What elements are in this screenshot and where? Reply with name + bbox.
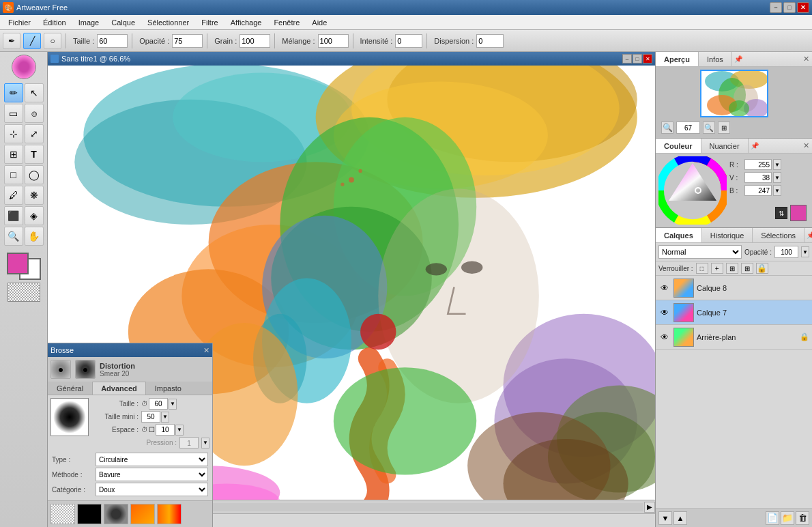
intensity-input[interactable] (395, 34, 422, 48)
tool-rect[interactable]: □ (4, 165, 23, 184)
preset-checker[interactable] (50, 504, 75, 524)
blend-input[interactable] (318, 34, 349, 48)
tab-calques[interactable]: Calques (656, 228, 702, 242)
grain-input[interactable] (240, 34, 270, 48)
menu-filtre[interactable]: Filtre (196, 17, 223, 28)
dispersion-input[interactable] (476, 34, 504, 48)
tab-couleur[interactable]: Couleur (656, 139, 701, 153)
tool-brush-button[interactable]: ╱ (23, 33, 41, 49)
apercu-zoom-input[interactable] (676, 122, 700, 134)
preset-gray[interactable] (104, 504, 128, 524)
opacity-input[interactable] (172, 34, 203, 48)
minimize-button[interactable]: – (770, 2, 782, 13)
brush-tab-advanced[interactable]: Advanced (92, 382, 146, 395)
tool-pan[interactable]: ✋ (25, 227, 44, 246)
lock-all-btn[interactable]: ⊞ (726, 263, 738, 274)
v-value-input[interactable] (744, 172, 772, 183)
menu-image[interactable]: Image (73, 17, 105, 28)
blend-mode-select[interactable]: Normal (658, 245, 742, 259)
v-value-arrow[interactable]: ▼ (773, 172, 781, 183)
lock-move-btn[interactable]: + (711, 263, 723, 274)
layer-move-down-btn[interactable]: ▼ (658, 511, 672, 525)
tool-transform[interactable]: ⤢ (25, 124, 44, 143)
close-button[interactable]: ✕ (797, 2, 809, 13)
brush-tab-impasto[interactable]: Impasto (146, 382, 190, 395)
tool-stamp[interactable]: ⊞ (4, 145, 23, 164)
size-param-arrow[interactable]: ▼ (169, 399, 177, 410)
calques-pin-btn[interactable]: 📌 (804, 231, 812, 239)
tool-eyedropper[interactable]: 🖊 (4, 186, 23, 205)
canvas-minimize-btn[interactable]: – (622, 54, 632, 63)
tab-nuancier[interactable]: Nuancier (701, 139, 749, 153)
foreground-swatch[interactable] (790, 205, 807, 221)
tab-historique[interactable]: Historique (702, 228, 753, 242)
layer-item-background[interactable]: 👁 Arrière-plan 🔒 (656, 325, 812, 350)
tool-zoom[interactable]: 🔍 (4, 227, 23, 246)
layer-item-calque7[interactable]: 👁 Calque 7 (656, 300, 812, 325)
lock-padlock-btn[interactable]: 🔒 (756, 263, 768, 274)
r-value-arrow[interactable]: ▼ (773, 159, 781, 170)
layer-eye-calque8[interactable]: 👁 (658, 282, 671, 294)
menu-selectionner[interactable]: Sélectionner (142, 17, 194, 28)
tool-pen-button[interactable]: ✒ (3, 33, 20, 49)
minsize-param-input[interactable] (141, 411, 160, 423)
size-input[interactable] (97, 34, 128, 48)
pattern-box[interactable] (8, 283, 40, 302)
layer-move-up-btn[interactable]: ▲ (673, 511, 687, 525)
opacity-value-input[interactable] (774, 246, 798, 258)
menu-edition[interactable]: Édition (38, 17, 72, 28)
b-value-arrow[interactable]: ▼ (773, 185, 781, 196)
apercu-zoom-out-btn[interactable]: 🔍 (703, 122, 715, 134)
spacing-param-arrow[interactable]: ▼ (175, 425, 184, 436)
tool-rect-select[interactable]: ▭ (4, 104, 23, 123)
lock-btn[interactable]: ⊞ (741, 263, 753, 274)
apercu-pin-btn[interactable]: 📌 (732, 55, 744, 63)
layer-eye-bg[interactable]: 👁 (658, 331, 671, 343)
brush-type-round-btn[interactable]: ● (75, 360, 96, 379)
couleur-close-btn[interactable]: ✕ (800, 141, 812, 150)
tool-select[interactable]: ✏ (4, 83, 23, 102)
brush-panel-close-btn[interactable]: ✕ (203, 346, 209, 355)
lock-checkerboard-btn[interactable]: ⬚ (696, 263, 708, 274)
layer-add-btn[interactable]: 📄 (766, 511, 779, 525)
size-param-input[interactable] (149, 398, 168, 410)
preset-black[interactable] (77, 504, 102, 524)
foreground-color-box[interactable] (7, 253, 29, 274)
maximize-button[interactable]: □ (783, 2, 796, 13)
tab-infos[interactable]: Infos (699, 52, 732, 66)
preset-orange[interactable] (130, 504, 155, 524)
method-select[interactable]: Bavure (96, 468, 208, 481)
layer-group-btn[interactable]: 📁 (781, 511, 794, 525)
tool-text[interactable]: T (25, 145, 44, 164)
brush-tab-general[interactable]: Général (48, 382, 92, 395)
color-wheel[interactable] (658, 156, 727, 225)
menu-calque[interactable]: Calque (106, 17, 141, 28)
tool-ellipse[interactable]: ◯ (25, 165, 44, 184)
couleur-pin-btn[interactable]: 📌 (749, 142, 761, 149)
menu-fenetre[interactable]: Fenêtre (268, 17, 305, 28)
layer-delete-btn[interactable]: 🗑 (796, 511, 809, 525)
canvas-close-btn[interactable]: ✕ (643, 54, 652, 63)
menu-fichier[interactable]: Fichier (3, 17, 36, 28)
b-value-input[interactable] (744, 185, 772, 196)
preset-gradient[interactable] (157, 504, 182, 524)
spacing-param-input[interactable] (156, 424, 175, 436)
tool-move[interactable]: ↖ (25, 83, 44, 102)
tab-selections[interactable]: Sélections (753, 228, 804, 242)
minsize-param-arrow[interactable]: ▼ (161, 412, 169, 423)
tab-apercu[interactable]: Aperçu (656, 52, 699, 66)
tool-circle-button[interactable]: ○ (44, 33, 61, 49)
brush-type-pen-btn[interactable]: ● (50, 360, 71, 379)
r-value-input[interactable] (744, 159, 772, 170)
apercu-zoom-fit-btn[interactable]: ⊞ (718, 122, 730, 134)
layer-item-calque8[interactable]: 👁 Calque 8 (656, 276, 812, 300)
apercu-close-btn[interactable]: ✕ (800, 55, 812, 63)
tool-lasso[interactable]: ⌾ (25, 104, 44, 123)
swatch-extra-btn[interactable]: ⇅ (775, 207, 787, 219)
menu-affichage[interactable]: Affichage (225, 17, 267, 28)
menu-aide[interactable]: Aide (306, 17, 332, 28)
canvas-maximize-btn[interactable]: □ (633, 54, 642, 63)
tool-fill[interactable]: ⬛ (4, 206, 23, 225)
scroll-right-btn[interactable]: ▶ (644, 502, 655, 513)
tool-gradient[interactable]: ◈ (25, 206, 44, 225)
